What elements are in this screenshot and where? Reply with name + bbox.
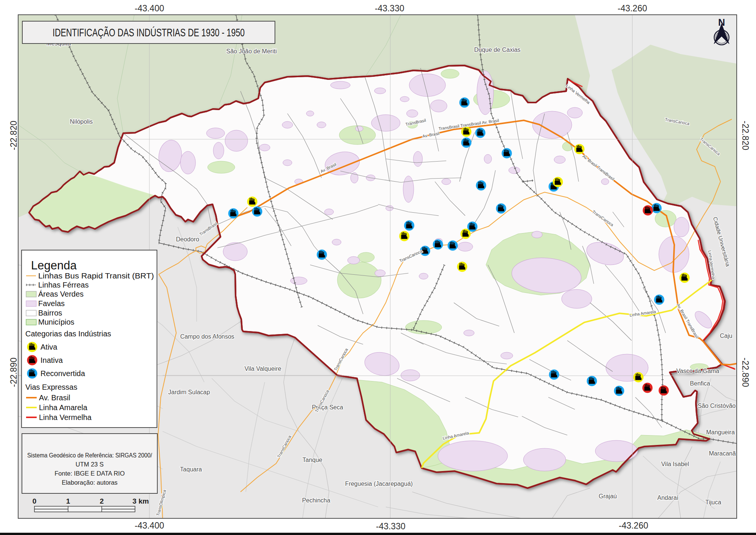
svg-text:Tijuca: Tijuca [705, 499, 721, 505]
svg-text:-43.330: -43.330 [375, 3, 404, 13]
svg-text:Áreas Verdes: Áreas Verdes [38, 290, 84, 298]
svg-text:Categorias das Indústrias: Categorias das Indústrias [25, 330, 111, 338]
svg-text:Benfica: Benfica [690, 380, 710, 387]
svg-text:São Cristóvão: São Cristóvão [698, 403, 736, 409]
svg-text:2: 2 [100, 497, 104, 505]
svg-text:-22.820: -22.820 [9, 121, 19, 150]
svg-text:Deodoro: Deodoro [176, 236, 199, 243]
svg-text:-43.260: -43.260 [618, 3, 647, 13]
svg-text:Fonte: IBGE E DATA RIO: Fonte: IBGE E DATA RIO [54, 470, 125, 477]
svg-text:São João de Meriti: São João de Meriti [226, 48, 276, 54]
svg-text:Linha Amarela: Linha Amarela [39, 403, 88, 412]
svg-text:-43.260: -43.260 [619, 521, 648, 530]
svg-text:Ativa: Ativa [40, 343, 57, 351]
svg-text:Municípios: Municípios [38, 318, 75, 326]
svg-text:Maracanã: Maracanã [709, 450, 736, 457]
svg-text:Vias Expressas: Vias Expressas [25, 383, 77, 391]
svg-text:Duque de Caxias: Duque de Caxias [474, 47, 521, 53]
svg-text:Tanque: Tanque [303, 457, 323, 463]
svg-text:Grajaú: Grajaú [599, 493, 617, 499]
svg-text:0: 0 [33, 497, 37, 505]
svg-text:Linha Vermelha: Linha Vermelha [39, 413, 92, 421]
svg-text:-22.890: -22.890 [9, 358, 19, 387]
svg-text:3 km: 3 km [132, 497, 149, 505]
svg-text:IDENTIFICAÇÃO DAS INDÚSTRIAS D: IDENTIFICAÇÃO DAS INDÚSTRIAS DE 1930 - 1… [53, 26, 245, 39]
svg-text:Legenda: Legenda [31, 259, 77, 272]
svg-text:-22.820: -22.820 [740, 121, 750, 150]
svg-text:Elaboração: autoras: Elaboração: autoras [62, 479, 118, 486]
svg-text:-43.400: -43.400 [135, 3, 164, 13]
svg-text:Vasco da Gama: Vasco da Gama [676, 368, 719, 374]
svg-text:Inativa: Inativa [40, 356, 63, 364]
svg-text:Freguesia (Jacarepaguá): Freguesia (Jacarepaguá) [345, 481, 413, 487]
svg-text:-22.890: -22.890 [740, 358, 750, 387]
svg-text:Campo dos Afonsos: Campo dos Afonsos [180, 333, 234, 340]
svg-text:Sistema Geodésico de Referênci: Sistema Geodésico de Referência: SIRGAS … [27, 452, 152, 459]
svg-text:Reconvertida: Reconvertida [40, 369, 85, 378]
svg-text:1: 1 [66, 497, 70, 505]
svg-text:Pechincha: Pechincha [302, 497, 331, 504]
svg-text:UTM 23 S: UTM 23 S [76, 461, 104, 468]
svg-text:Caju: Caju [720, 333, 733, 339]
svg-text:Taquara: Taquara [180, 466, 202, 473]
svg-text:Jardim Sulacap: Jardim Sulacap [168, 389, 210, 395]
svg-text:-43.400: -43.400 [135, 521, 164, 530]
svg-text:Vila Valqueire: Vila Valqueire [244, 365, 281, 372]
svg-text:-43.330: -43.330 [376, 521, 405, 531]
svg-text:Mangueira: Mangueira [706, 429, 735, 435]
svg-text:Av. Brasil: Av. Brasil [39, 393, 70, 402]
svg-text:Linhas Bus Rapid Transit (BRT): Linhas Bus Rapid Transit (BRT) [38, 272, 154, 280]
svg-text:Vila Isabel: Vila Isabel [661, 461, 689, 467]
svg-text:Linhas Férreas: Linhas Férreas [38, 281, 88, 289]
svg-text:Nilópolis: Nilópolis [70, 118, 93, 125]
svg-text:Andaraí: Andaraí [657, 495, 679, 501]
svg-text:Favelas: Favelas [38, 299, 65, 308]
svg-text:Bairros: Bairros [38, 309, 62, 317]
